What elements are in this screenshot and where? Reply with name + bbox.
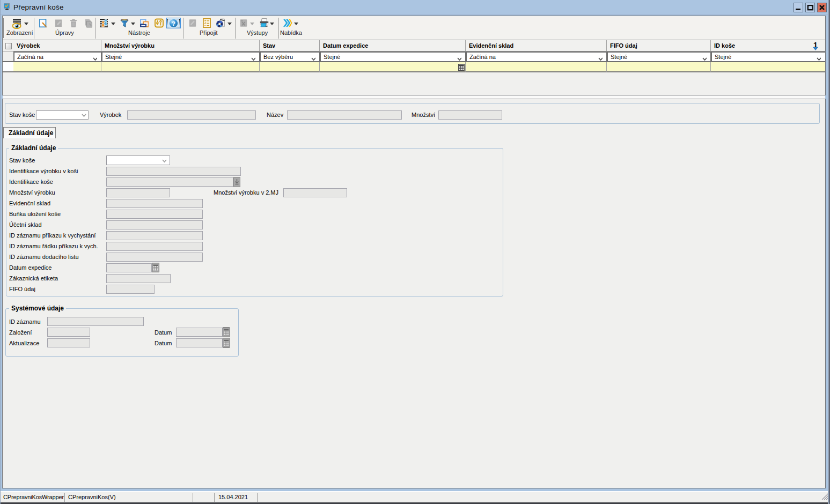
svg-text:?: ? (172, 20, 175, 27)
